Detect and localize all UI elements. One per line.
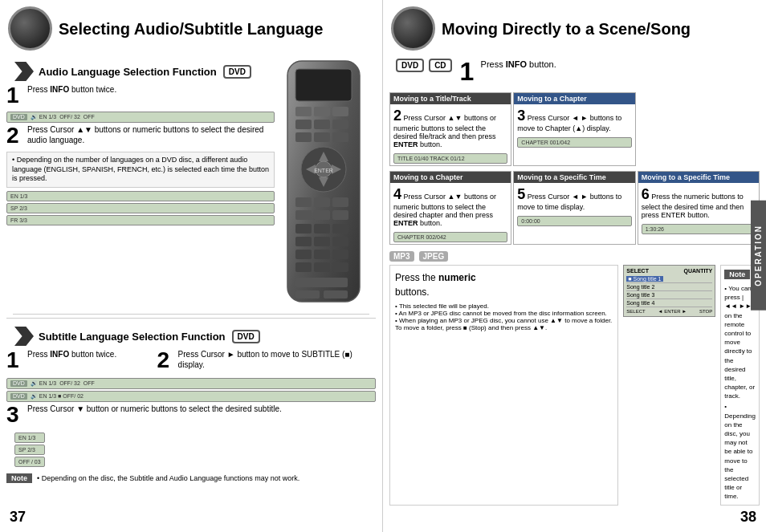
screen-item3: Song title 3 bbox=[626, 292, 654, 298]
subtitle-dvd-badge: DVD bbox=[232, 330, 260, 343]
right-note-bullet2: • Depending on the disc, you may not be … bbox=[724, 402, 756, 501]
subtitle-step1-content: Press INFO button twice. bbox=[27, 349, 116, 359]
audio-section-title: Audio Language Selection Function bbox=[39, 66, 217, 78]
subtitle-bar-c-off: OFF bbox=[84, 380, 95, 387]
audio-display-en: EN 1/3 bbox=[6, 191, 275, 201]
t1bar: 0:00:00 bbox=[521, 218, 540, 224]
subtitle-steps-row: 1 Press INFO button twice. 2 Press Curso… bbox=[6, 349, 376, 376]
right-note-header: Note bbox=[724, 270, 750, 279]
subtitle-step2: 2 Press Cursor ► button to move to SUBTI… bbox=[157, 349, 376, 372]
specific-time1-cell: Moving to a Specific Time 5 Press Cursor… bbox=[513, 171, 635, 245]
subtitle-display-states: EN 1/3 SP 2/3 OFF / 03 bbox=[14, 431, 376, 469]
screen-footer-stop: STOP bbox=[699, 309, 712, 314]
time2-bar: 1:30:26 bbox=[642, 224, 756, 234]
sub-en: EN 1/3 bbox=[18, 435, 35, 441]
subtitle-state-col: EN 1/3 SP 2/3 OFF / 03 bbox=[14, 431, 45, 469]
audio-display-fr: FR 3/3 bbox=[6, 215, 275, 225]
subtitle-state-en: EN 1/3 bbox=[14, 433, 45, 443]
subtitle-step3: 3 Press Cursor ▼ button or numeric butto… bbox=[6, 404, 376, 426]
screen-display: SELECT QUANTITY ■ Song title 1 Song titl… bbox=[623, 265, 715, 317]
title-track-header: Moving to a Title/Track bbox=[390, 93, 511, 104]
right-step1-content: Press INFO button. bbox=[481, 59, 556, 70]
svg-rect-24 bbox=[295, 224, 312, 234]
svg-rect-37 bbox=[295, 290, 320, 298]
audio-bar-off: OFF bbox=[84, 114, 95, 120]
subtitle-step1: 1 Press INFO button twice. bbox=[6, 349, 153, 372]
chapter-bottom-cell: Moving to a Chapter 4 Press Cursor ▲▼ bu… bbox=[389, 171, 511, 245]
audio-section: Audio Language Selection Function DVD 1 … bbox=[6, 57, 376, 307]
step4-enter: ENTER bbox=[393, 219, 418, 227]
screen-header-row: SELECT QUANTITY bbox=[626, 268, 712, 274]
right-badges: DVD CD bbox=[389, 59, 452, 72]
mp3-badges-row: MP3 JPEG bbox=[389, 251, 760, 262]
screen-row3: Song title 3 bbox=[626, 291, 712, 299]
mp3-bullets: • This selected file will be played. • A… bbox=[395, 303, 613, 331]
subtitle-section-icon bbox=[14, 327, 34, 346]
subtitle-bar2-dvd: DVD bbox=[10, 393, 27, 400]
audio-step1: 1 Press INFO button twice. bbox=[6, 84, 275, 107]
screen-row2: Song title 2 bbox=[626, 283, 712, 291]
step6-num: 6 bbox=[642, 186, 650, 202]
svg-rect-8 bbox=[295, 132, 312, 142]
svg-rect-4 bbox=[332, 107, 348, 116]
subtitle-section-title-row: Subtitle Language Selection Function DVD bbox=[14, 327, 368, 346]
left-header: Selecting Audio/Subtitle Language bbox=[0, 0, 382, 57]
audio-step2: 2 Press Cursor ▲▼ buttons or numeric but… bbox=[6, 124, 275, 147]
audio-display-sp-text: SP 2/3 bbox=[10, 205, 27, 211]
step3-text: Press Cursor ◄ ► buttons to move to Chap… bbox=[517, 114, 621, 132]
subtitle-step3-num: 3 bbox=[6, 404, 22, 426]
audio-note: • Depending on the number of languages o… bbox=[6, 152, 275, 188]
chapter-bottom-header: Moving to a Chapter bbox=[390, 172, 511, 183]
right-step1: 1 Press INFO button. bbox=[460, 59, 556, 84]
subtitle-state-off: OFF / 03 bbox=[14, 457, 45, 467]
chbar-content: CHAPTER 001/042 bbox=[521, 140, 570, 145]
subtitle-step2-arrow: ► bbox=[227, 350, 235, 359]
step6-text: Press the numeric buttons to select the … bbox=[642, 193, 744, 219]
mp3-content-row: Press the numericbuttons. • This selecte… bbox=[389, 265, 760, 506]
svg-rect-21 bbox=[295, 210, 312, 220]
screen-footer-enter: ◄ ENTER ► bbox=[658, 309, 687, 314]
left-content: Audio Language Selection Function DVD 1 … bbox=[0, 57, 382, 485]
ttbar-content: TITLE 01/40 TRACK 01/12 bbox=[397, 156, 465, 161]
svg-rect-38 bbox=[324, 290, 348, 298]
specific-time1-content: 5 Press Cursor ◄ ► buttons to move to ti… bbox=[514, 183, 634, 214]
title-track-cell: Moving to a Title/Track 2 Press Cursor ▲… bbox=[389, 92, 511, 166]
operation-tab: OPERATION bbox=[751, 201, 766, 311]
audio-step2-number: 2 bbox=[6, 124, 22, 147]
title-track-bar: TITLE 01/40 TRACK 01/12 bbox=[393, 153, 507, 164]
step3-icon: ▲ bbox=[575, 124, 582, 132]
left-note-header: Note bbox=[6, 473, 32, 483]
audio-step1-bold: INFO bbox=[50, 85, 69, 94]
svg-rect-6 bbox=[314, 120, 330, 129]
svg-rect-29 bbox=[332, 237, 348, 246]
step2-arrows: ▲▼ bbox=[448, 114, 462, 122]
svg-rect-26 bbox=[332, 224, 348, 234]
svg-rect-9 bbox=[314, 132, 330, 142]
audio-section-title-row: Audio Language Selection Function DVD bbox=[14, 62, 267, 81]
svg-rect-25 bbox=[314, 224, 330, 234]
subtitle-bar-off: OFF/ 32 bbox=[59, 380, 80, 387]
jpeg-badge: JPEG bbox=[419, 251, 449, 262]
svg-rect-2 bbox=[295, 107, 312, 116]
svg-rect-27 bbox=[295, 237, 312, 246]
screen-item2: Song title 2 bbox=[626, 284, 654, 290]
screen-footer-select: SELECT bbox=[626, 309, 645, 314]
step3-arrows: ◄ ► bbox=[572, 114, 588, 122]
left-page: Selecting Audio/Subtitle Language Audio … bbox=[0, 0, 383, 532]
subtitle-step3-content: Press Cursor ▼ button or numeric buttons… bbox=[27, 404, 282, 414]
right-step1-num: 1 bbox=[460, 59, 476, 84]
audio-display-sp: SP 2/3 bbox=[6, 203, 275, 213]
mp3-press-box: Press the numericbuttons. • This selecte… bbox=[389, 265, 618, 506]
subtitle-bar2-text: 🔊 EN 1/3 ■ OFF/ 02 bbox=[31, 393, 84, 400]
mp3-bullet2: • An MP3 or JPEG disc cannot be moved fr… bbox=[395, 310, 613, 317]
time1-bar: 0:00:00 bbox=[517, 216, 631, 226]
mp3-jpeg-section: MP3 JPEG Press the numericbuttons. • Thi… bbox=[383, 250, 766, 507]
step3-num: 3 bbox=[517, 108, 525, 124]
mp3-bullet3: • When playing an MP3 or JPEG disc, you … bbox=[395, 317, 613, 331]
svg-rect-20 bbox=[332, 197, 348, 207]
sub-sp: SP 2/3 bbox=[18, 447, 35, 453]
svg-rect-19 bbox=[314, 197, 330, 207]
right-header: Moving Directly to a Scene/Song bbox=[383, 0, 766, 57]
subtitle-bar-dvd: DVD bbox=[10, 380, 27, 387]
step5-text: Press Cursor ◄ ► buttons to move to time… bbox=[517, 193, 621, 211]
